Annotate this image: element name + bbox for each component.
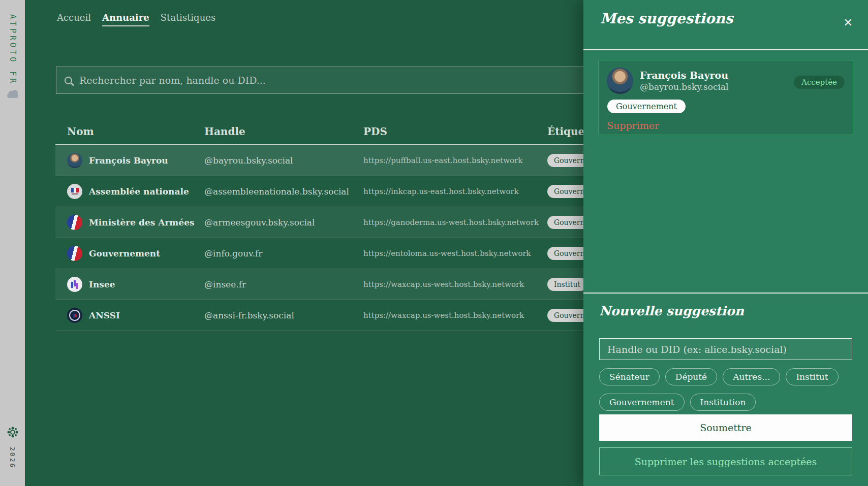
- marianne-avatar: [67, 246, 82, 261]
- insee-avatar: [67, 277, 82, 292]
- tag-chip-gouvernement[interactable]: Gouvernement: [599, 394, 685, 411]
- row-name: Assemblée nationale: [89, 186, 189, 197]
- row-name: ANSSI: [89, 310, 120, 320]
- cell-pds: https://entoloma.us-west.host.bsky.netwo…: [363, 249, 547, 258]
- cell-handle: @assembleenationale.bsky.social: [204, 186, 363, 197]
- sun-icon[interactable]: [10, 430, 15, 435]
- suggestion-tag-badge: Gouvernement: [607, 100, 686, 113]
- anssi-avatar: [67, 308, 82, 323]
- cell-name: François Bayrou: [55, 153, 204, 168]
- tag-chip-depute[interactable]: Député: [665, 368, 717, 385]
- nav-item-statistiques[interactable]: Statistiques: [161, 12, 216, 26]
- cell-name: Ministère des Armées: [55, 215, 204, 230]
- tag-chip-autres[interactable]: Autres...: [723, 368, 780, 385]
- brand-wordmark: ATPROTO FR: [8, 14, 17, 85]
- cell-pds: https://waxcap.us-west.host.bsky.network: [363, 311, 547, 320]
- close-icon[interactable]: ✕: [844, 16, 853, 29]
- column-header-handle: Handle: [204, 125, 363, 138]
- remove-suggestion-link[interactable]: Supprimer: [607, 120, 659, 131]
- row-name: Gouvernement: [89, 248, 160, 258]
- tag-chip-institution[interactable]: Institution: [690, 394, 756, 411]
- new-suggestion-title: Nouvelle suggestion: [599, 304, 852, 318]
- status-badge: Acceptée: [794, 76, 845, 89]
- marianne-avatar: [67, 215, 82, 230]
- handle-input[interactable]: [599, 338, 852, 360]
- search-icon: [65, 77, 72, 84]
- cloud-icon: [7, 93, 18, 98]
- cell-pds: https://puffball.us-east.host.bsky.netwo…: [363, 156, 547, 165]
- suggestions-panel: Mes suggestions ✕ François Bayrou @bayro…: [583, 0, 868, 486]
- tag-chip-institut[interactable]: Institut: [786, 368, 838, 385]
- tag-chip-senateur[interactable]: Sénateur: [599, 368, 660, 385]
- cell-handle: @insee.fr: [204, 279, 363, 289]
- top-nav: AccueilAnnuaireStatistiques: [57, 12, 215, 26]
- assemblee-nationale-avatar: [67, 184, 82, 199]
- cell-pds: https://inkcap.us-east.host.bsky.network: [363, 187, 547, 196]
- clear-accepted-button[interactable]: Supprimer les suggestions acceptées: [599, 447, 852, 475]
- new-suggestion-section: Nouvelle suggestion SénateurDéputéAutres…: [583, 293, 868, 486]
- nav-item-accueil[interactable]: Accueil: [57, 12, 91, 26]
- row-name: François Bayrou: [89, 155, 168, 166]
- cell-handle: @bayrou.bsky.social: [204, 155, 363, 166]
- bayrou-avatar: [67, 153, 82, 168]
- cell-name: ANSSI: [55, 308, 204, 323]
- column-header-pds: PDS: [363, 125, 547, 138]
- tag-chip-group: SénateurDéputéAutres...InstitutGouvernem…: [599, 368, 852, 411]
- side-rail: ATPROTO FR 2026: [0, 0, 25, 486]
- suggestion-handle: @bayrou.bsky.social: [640, 82, 728, 92]
- row-name: Ministère des Armées: [89, 217, 195, 228]
- cell-name: Gouvernement: [55, 246, 204, 261]
- cell-name: Insee: [55, 277, 204, 292]
- submit-button[interactable]: Soumettre: [599, 414, 852, 441]
- year-label: 2026: [9, 447, 16, 469]
- row-name: Insee: [89, 279, 115, 289]
- cell-name: Assemblée nationale: [55, 184, 204, 199]
- cell-handle: @anssi-fr.bsky.social: [204, 310, 363, 320]
- suggestion-name: François Bayrou: [640, 70, 728, 82]
- panel-header: Mes suggestions ✕: [583, 0, 868, 50]
- bayrou-avatar: [607, 68, 633, 94]
- nav-item-annuaire[interactable]: Annuaire: [102, 12, 149, 26]
- panel-title: Mes suggestions: [600, 10, 868, 27]
- cell-handle: @armeesgouv.bsky.social: [204, 217, 363, 228]
- suggestion-card: François Bayrou @bayrou.bsky.social Acce…: [598, 60, 853, 135]
- row-tag-badge: Institut: [547, 278, 587, 291]
- cell-pds: https://ganoderma.us-west.host.bsky.netw…: [363, 218, 547, 227]
- cell-handle: @info.gouv.fr: [204, 248, 363, 258]
- column-header-nom: Nom: [55, 125, 204, 138]
- cell-pds: https://waxcap.us-west.host.bsky.network: [363, 280, 547, 289]
